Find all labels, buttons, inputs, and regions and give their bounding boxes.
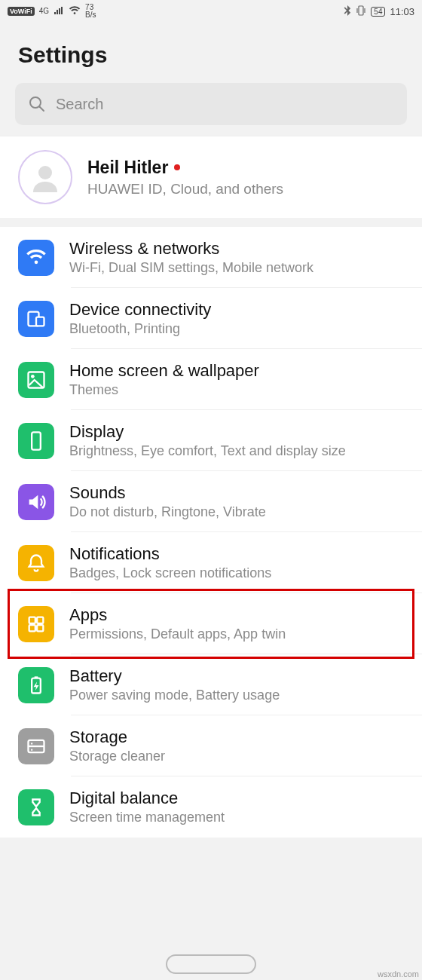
- row-subtitle: Bluetooth, Printing: [69, 321, 211, 337]
- picture-icon: [18, 362, 54, 398]
- search-input[interactable]: Search: [15, 83, 407, 125]
- svg-point-18: [31, 749, 32, 750]
- settings-row-hourglass[interactable]: Digital balanceScreen time management: [0, 776, 422, 838]
- devices-icon: [18, 301, 54, 337]
- row-subtitle: Storage cleaner: [69, 749, 165, 764]
- settings-row-picture[interactable]: Home screen & wallpaperThemes: [0, 349, 422, 410]
- notification-dot-icon: [174, 164, 180, 170]
- row-subtitle: Badges, Lock screen notifications: [69, 565, 271, 581]
- svg-rect-8: [32, 432, 41, 449]
- search-placeholder: Search: [56, 96, 103, 113]
- signal-icon: [54, 6, 64, 17]
- phone-icon: [18, 423, 54, 459]
- svg-point-17: [31, 743, 32, 744]
- settings-row-storage[interactable]: StorageStorage cleaner: [0, 715, 422, 776]
- svg-rect-5: [36, 317, 44, 326]
- account-name: Heil Hitler: [87, 158, 168, 178]
- watermark: wsxdn.com: [378, 969, 419, 978]
- bell-icon: [18, 545, 54, 581]
- row-title: Notifications: [69, 544, 271, 564]
- row-title: Storage: [69, 727, 165, 747]
- apps-icon: [18, 606, 54, 642]
- battery-icon: [18, 667, 54, 703]
- row-title: Apps: [69, 605, 286, 625]
- clock: 11:03: [390, 6, 414, 17]
- nav-bar-pill[interactable]: [166, 954, 256, 974]
- settings-row-apps[interactable]: AppsPermissions, Default apps, App twin: [0, 593, 422, 654]
- row-subtitle: Brightness, Eye comfort, Text and displa…: [69, 443, 346, 459]
- row-title: Digital balance: [69, 789, 225, 808]
- row-subtitle: Permissions, Default apps, App twin: [69, 626, 286, 642]
- row-title: Wireless & networks: [69, 239, 313, 259]
- row-title: Home screen & wallpaper: [69, 361, 259, 381]
- row-subtitle: Do not disturb, Ringtone, Vibrate: [69, 504, 266, 520]
- row-title: Sounds: [69, 483, 266, 503]
- page-title: Settings: [0, 23, 422, 83]
- status-bar: VoWiFi 4G 73 B/s 54 11:03: [0, 0, 422, 23]
- svg-rect-9: [29, 617, 35, 623]
- settings-row-devices[interactable]: Device connectivityBluetooth, Printing: [0, 288, 422, 349]
- row-subtitle: Power saving mode, Battery usage: [69, 688, 280, 703]
- svg-rect-14: [35, 676, 38, 678]
- storage-icon: [18, 728, 54, 764]
- svg-point-7: [31, 375, 35, 378]
- row-title: Device connectivity: [69, 300, 211, 320]
- bluetooth-icon: [344, 5, 351, 18]
- account-row[interactable]: Heil Hitler HUAWEI ID, Cloud, and others: [0, 136, 422, 218]
- network-speed: 73 B/s: [85, 4, 96, 19]
- settings-row-wifi[interactable]: Wireless & networksWi-Fi, Dual SIM setti…: [0, 227, 422, 288]
- account-subtitle: HUAWEI ID, Cloud, and others: [87, 181, 283, 198]
- svg-rect-0: [359, 6, 363, 15]
- svg-line-2: [40, 107, 44, 112]
- settings-row-phone[interactable]: DisplayBrightness, Eye comfort, Text and…: [0, 410, 422, 471]
- wifi-icon: [18, 240, 54, 276]
- row-title: Display: [69, 422, 346, 442]
- sound-icon: [18, 484, 54, 520]
- battery-level: 54: [371, 7, 385, 17]
- settings-row-bell[interactable]: NotificationsBadges, Lock screen notific…: [0, 532, 422, 593]
- row-subtitle: Wi-Fi, Dual SIM settings, Mobile network: [69, 260, 313, 276]
- row-subtitle: Screen time management: [69, 810, 225, 825]
- svg-rect-10: [37, 617, 43, 623]
- settings-list: Wireless & networksWi-Fi, Dual SIM setti…: [0, 227, 422, 838]
- vibrate-icon: [356, 5, 366, 18]
- svg-rect-11: [29, 625, 35, 631]
- row-subtitle: Themes: [69, 382, 259, 398]
- wifi-icon: [69, 6, 81, 17]
- svg-rect-12: [37, 625, 43, 631]
- network-type: 4G: [39, 8, 49, 15]
- settings-row-battery[interactable]: BatteryPower saving mode, Battery usage: [0, 654, 422, 715]
- settings-row-sound[interactable]: SoundsDo not disturb, Ringtone, Vibrate: [0, 471, 422, 532]
- row-title: Battery: [69, 666, 280, 686]
- vowifi-badge: VoWiFi: [8, 7, 35, 16]
- avatar: [18, 150, 72, 204]
- search-icon: [29, 96, 45, 112]
- hourglass-icon: [18, 789, 54, 825]
- svg-point-3: [38, 166, 52, 179]
